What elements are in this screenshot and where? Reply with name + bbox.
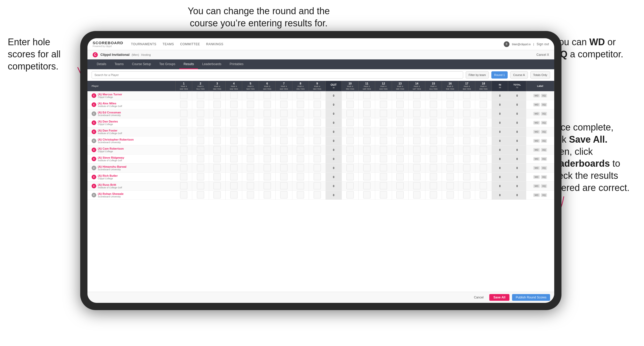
score-input-box[interactable] (346, 164, 354, 171)
totals-only-button[interactable]: Totals Only (530, 71, 550, 79)
score-hole-10[interactable] (342, 127, 358, 136)
score-input-box[interactable] (430, 191, 437, 198)
score-hole-5[interactable] (242, 164, 259, 173)
score-input-box[interactable] (230, 92, 238, 99)
score-hole-12[interactable] (375, 100, 392, 109)
score-hole-13[interactable] (392, 118, 408, 127)
score-hole-9[interactable] (309, 127, 325, 136)
score-input-box[interactable] (413, 119, 420, 126)
score-hole-15[interactable] (425, 136, 442, 145)
score-hole-9[interactable] (309, 182, 325, 191)
score-hole-6[interactable] (259, 100, 275, 109)
score-hole-9[interactable] (309, 164, 325, 173)
score-input-box[interactable] (247, 92, 254, 99)
score-input-box[interactable] (463, 155, 470, 162)
score-hole-1[interactable] (175, 173, 192, 182)
score-input-box[interactable] (314, 164, 321, 171)
score-input-box[interactable] (280, 146, 287, 153)
score-input-box[interactable] (363, 173, 371, 180)
score-hole-7[interactable] (276, 100, 292, 109)
score-hole-9[interactable] (309, 100, 325, 109)
score-input-box[interactable] (264, 110, 271, 117)
score-hole-8[interactable] (292, 127, 309, 136)
wd-button[interactable]: WD (533, 94, 540, 97)
score-hole-16[interactable] (442, 109, 458, 118)
score-input-box[interactable] (213, 101, 221, 108)
score-input-box[interactable] (197, 92, 204, 99)
score-hole-14[interactable] (409, 164, 425, 173)
score-hole-11[interactable] (358, 91, 375, 100)
score-hole-2[interactable] (192, 164, 209, 173)
score-hole-3[interactable] (209, 155, 225, 164)
score-input-box[interactable] (180, 101, 187, 108)
score-input-box[interactable] (314, 182, 321, 189)
score-input-box[interactable] (197, 173, 204, 180)
score-hole-6[interactable] (259, 118, 275, 127)
score-input-box[interactable] (480, 191, 487, 198)
score-hole-12[interactable] (375, 182, 392, 191)
score-hole-7[interactable] (276, 182, 292, 191)
score-input-box[interactable] (363, 164, 371, 171)
score-hole-5[interactable] (242, 109, 259, 118)
score-input-box[interactable] (447, 101, 454, 108)
score-input-box[interactable] (396, 92, 404, 99)
score-hole-7[interactable] (276, 127, 292, 136)
score-hole-16[interactable] (442, 173, 458, 182)
score-input-box[interactable] (280, 101, 287, 108)
score-input-box[interactable] (230, 173, 238, 180)
score-input-box[interactable] (430, 164, 437, 171)
score-input-box[interactable] (230, 137, 238, 144)
score-input-box[interactable] (180, 128, 187, 135)
score-hole-18[interactable] (475, 164, 492, 173)
score-hole-10[interactable] (342, 191, 358, 200)
score-input-box[interactable] (213, 92, 221, 99)
score-input-box[interactable] (197, 110, 204, 117)
score-hole-13[interactable] (392, 182, 408, 191)
score-input-box[interactable] (430, 119, 437, 126)
score-input-box[interactable] (480, 119, 487, 126)
score-input-box[interactable] (230, 101, 238, 108)
score-input-box[interactable] (247, 101, 254, 108)
score-input-box[interactable] (463, 128, 470, 135)
score-hole-18[interactable] (475, 191, 492, 200)
score-hole-1[interactable] (175, 145, 192, 155)
score-hole-11[interactable] (358, 191, 375, 200)
score-input-box[interactable] (230, 191, 238, 198)
score-input-box[interactable] (363, 137, 371, 144)
score-hole-12[interactable] (375, 191, 392, 200)
score-hole-10[interactable] (342, 182, 358, 191)
score-hole-5[interactable] (242, 118, 259, 127)
score-input-box[interactable] (396, 110, 404, 117)
score-input-box[interactable] (247, 164, 254, 171)
score-input-box[interactable] (213, 110, 221, 117)
score-input-box[interactable] (264, 164, 271, 171)
score-input-box[interactable] (447, 92, 454, 99)
wd-button[interactable]: WD (533, 139, 540, 143)
score-hole-2[interactable] (192, 191, 209, 200)
dq-button[interactable]: DQ (541, 148, 547, 152)
score-hole-3[interactable] (209, 100, 225, 109)
score-hole-17[interactable] (458, 173, 475, 182)
score-input-box[interactable] (363, 92, 371, 99)
score-hole-1[interactable] (175, 118, 192, 127)
score-hole-4[interactable] (225, 173, 242, 182)
score-hole-17[interactable] (458, 127, 475, 136)
score-hole-13[interactable] (392, 136, 408, 145)
score-hole-8[interactable] (292, 191, 309, 200)
score-hole-6[interactable] (259, 127, 275, 136)
score-input-box[interactable] (180, 164, 187, 171)
score-input-box[interactable] (180, 92, 187, 99)
score-hole-2[interactable] (192, 182, 209, 191)
score-hole-18[interactable] (475, 182, 492, 191)
score-input-box[interactable] (180, 191, 187, 198)
score-input-box[interactable] (180, 137, 187, 144)
score-input-box[interactable] (447, 110, 454, 117)
score-hole-2[interactable] (192, 91, 209, 100)
wd-button[interactable]: WD (533, 121, 540, 125)
score-hole-14[interactable] (409, 100, 425, 109)
score-input-box[interactable] (396, 119, 404, 126)
score-hole-17[interactable] (458, 191, 475, 200)
score-input-box[interactable] (314, 191, 321, 198)
score-hole-8[interactable] (292, 145, 309, 155)
score-input-box[interactable] (297, 155, 304, 162)
